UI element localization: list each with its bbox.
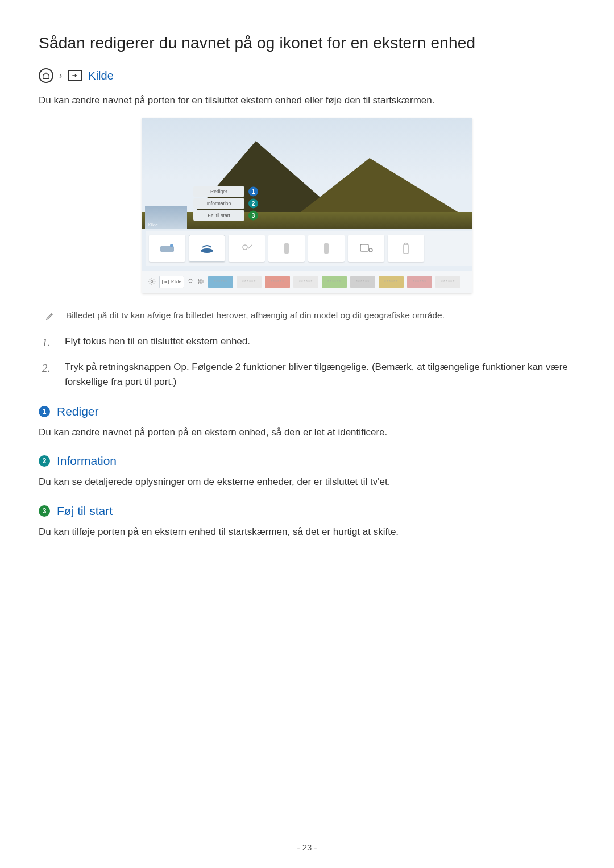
app-chip[interactable]: ****** <box>407 276 432 288</box>
popup-item-label: Føj til start <box>208 213 230 218</box>
section-body: Du kan tilføje porten på en ekstern enhe… <box>39 525 575 539</box>
app-chip[interactable]: ****** <box>322 276 347 288</box>
svg-rect-5 <box>324 243 329 254</box>
gear-icon[interactable] <box>148 277 156 286</box>
section-badge-1: 1 <box>39 406 50 417</box>
popup-menu: Rediger 1 Information 2 Føj til start 3 <box>193 186 244 221</box>
section-badge-2: 2 <box>39 455 50 467</box>
source-tile[interactable] <box>388 235 424 262</box>
section-information: 2 Information Du kan se detaljerede oply… <box>39 454 575 489</box>
svg-point-9 <box>151 280 153 283</box>
popup-item-addstart[interactable]: Føj til start 3 <box>193 210 244 221</box>
section-title: Føj til start <box>57 504 113 518</box>
section-rediger: 1 Rediger Du kan ændre navnet på porten … <box>39 405 575 440</box>
callout-badge-2: 2 <box>248 198 258 208</box>
popup-item-label: Rediger <box>210 189 227 194</box>
svg-rect-8 <box>404 244 408 254</box>
popup-item-rediger[interactable]: Rediger 1 <box>193 186 244 197</box>
list-item: Flyt fokus hen til en tilsluttet ekstern… <box>42 334 575 351</box>
home-icon <box>39 68 53 83</box>
svg-rect-15 <box>202 282 204 284</box>
svg-point-3 <box>243 245 247 250</box>
page-number: - 23 - <box>0 842 614 852</box>
svg-point-2 <box>201 248 213 253</box>
svg-point-1 <box>170 244 173 247</box>
list-item: Tryk på retningsknappen Op. Følgende 2 f… <box>42 360 575 390</box>
bottom-kilde-label: Kilde <box>171 279 181 284</box>
source-tile[interactable] <box>149 235 185 262</box>
source-icon <box>68 70 82 81</box>
app-chip[interactable]: ****** <box>350 276 375 288</box>
intro-text: Du kan ændre navnet på porten for en til… <box>39 93 575 108</box>
popup-item-information[interactable]: Information 2 <box>193 198 244 209</box>
apps-icon[interactable] <box>198 278 205 286</box>
source-tile[interactable] <box>348 235 384 262</box>
pencil-icon <box>45 312 55 323</box>
grass-graphic <box>142 212 472 229</box>
chevron-right-icon: › <box>59 70 62 81</box>
svg-rect-13 <box>202 279 204 281</box>
section-body: Du kan se detaljerede oplysninger om de … <box>39 475 575 489</box>
app-chip[interactable]: ****** <box>379 276 404 288</box>
popup-item-label: Information <box>207 201 231 206</box>
callout-badge-1: 1 <box>248 186 258 196</box>
app-chip[interactable]: ****** <box>237 276 262 288</box>
section-title: Information <box>57 454 117 468</box>
search-icon[interactable] <box>188 278 194 286</box>
section-addstart: 3 Føj til start Du kan tilføje porten på… <box>39 504 575 539</box>
page-title: Sådan redigerer du navnet på og ikonet f… <box>39 34 575 52</box>
svg-point-11 <box>189 279 192 283</box>
svg-rect-6 <box>360 244 368 251</box>
svg-rect-4 <box>284 243 289 254</box>
svg-rect-14 <box>199 282 201 284</box>
mountain-graphic <box>142 141 472 221</box>
kilde-thumbnail: Kilde <box>145 206 187 229</box>
source-tile[interactable] <box>229 235 265 262</box>
source-strip <box>146 231 472 266</box>
section-body: Du kan ændre navnet på porten på en ekst… <box>39 425 575 440</box>
breadcrumb-kilde: Kilde <box>88 69 113 82</box>
bottom-bar: Kilde ****** ****** ****** ****** ******… <box>142 271 472 293</box>
source-tile[interactable] <box>308 235 345 262</box>
app-chip[interactable]: ****** <box>293 276 318 288</box>
app-chip[interactable]: ****** <box>435 276 460 288</box>
breadcrumb: › Kilde <box>39 68 575 83</box>
note-text: Billedet på dit tv kan afvige fra billed… <box>66 310 445 321</box>
app-chip[interactable]: ****** <box>265 276 290 288</box>
source-tile[interactable] <box>268 235 305 262</box>
svg-rect-12 <box>199 279 201 281</box>
tv-screenshot: Kilde Rediger 1 Information 2 Føj til st… <box>142 118 472 293</box>
bottom-kilde-chip[interactable]: Kilde <box>159 276 184 288</box>
callout-badge-3: 3 <box>248 210 258 220</box>
step-text: Flyt fokus hen til en tilsluttet ekstern… <box>65 334 250 351</box>
steps-list: Flyt fokus hen til en tilsluttet ekstern… <box>42 334 575 390</box>
section-title: Rediger <box>57 405 99 418</box>
source-tile-selected[interactable] <box>189 235 225 262</box>
note-row: Billedet på dit tv kan afvige fra billed… <box>45 310 575 323</box>
app-chip[interactable]: ****** <box>208 276 233 288</box>
kilde-thumb-label: Kilde <box>148 222 158 227</box>
svg-point-7 <box>369 248 372 252</box>
step-text: Tryk på retningsknappen Op. Følgende 2 f… <box>65 360 575 390</box>
section-badge-3: 3 <box>39 505 50 517</box>
